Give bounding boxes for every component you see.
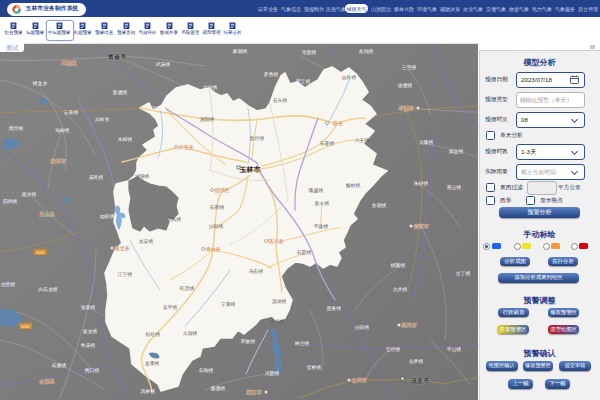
svg-text:乐民镇: 乐民镇: [89, 175, 104, 180]
svg-text:岑溪市: 岑溪市: [398, 105, 414, 112]
svg-text:马岭镇: 马岭镇: [55, 128, 70, 133]
svg-text:新圩镇: 新圩镇: [250, 135, 265, 141]
svg-text:湛江镇: 湛江镇: [152, 106, 167, 111]
svg-text:寺面镇: 寺面镇: [302, 49, 317, 55]
svg-text:石寨镇: 石寨镇: [320, 140, 335, 146]
svg-text:茶山镇: 茶山镇: [447, 185, 462, 190]
svg-text:南乡镇: 南乡镇: [22, 191, 37, 197]
svg-text:金鸡镇: 金鸡镇: [359, 49, 374, 54]
svg-text:清湖镇: 清湖镇: [272, 299, 287, 304]
svg-text:云表镇: 云表镇: [64, 110, 79, 115]
svg-text:麻垌镇: 麻垌镇: [233, 48, 248, 55]
svg-text:双凤镇: 双凤镇: [167, 217, 182, 222]
svg-text:兴业县: 兴业县: [178, 144, 194, 150]
svg-text:福绵区: 福绵区: [214, 187, 230, 194]
svg-text:覃塘区: 覃塘区: [60, 60, 77, 67]
svg-text:宝圩镇: 宝圩镇: [386, 346, 401, 352]
svg-text:旺茂镇: 旺茂镇: [180, 285, 195, 291]
svg-text:波塘镇: 波塘镇: [398, 82, 413, 89]
svg-text:横州市: 横州市: [50, 158, 66, 164]
svg-text:大井镇: 大井镇: [393, 287, 408, 292]
svg-text:加益镇: 加益镇: [449, 149, 464, 154]
svg-text:浦北县: 浦北县: [114, 245, 130, 252]
svg-text:武乐镇: 武乐镇: [156, 62, 171, 67]
svg-text:茂名市: 茂名市: [409, 377, 430, 385]
svg-text:玉林市: 玉林市: [239, 165, 261, 173]
svg-text:江宁镇: 江宁镇: [117, 271, 133, 277]
svg-text:雅塘镇: 雅塘镇: [211, 385, 226, 392]
svg-text:合浦县: 合浦县: [39, 378, 55, 385]
svg-text:朱砂镇: 朱砂镇: [414, 181, 429, 186]
svg-text:陆川县: 陆川县: [268, 238, 284, 244]
svg-text:龙潭镇: 龙潭镇: [145, 360, 160, 366]
svg-text:石颈镇: 石颈镇: [199, 367, 214, 373]
svg-text:白石水镇: 白石水镇: [38, 286, 57, 292]
svg-text:自良镇: 自良镇: [342, 74, 357, 81]
svg-text:新塘镇: 新塘镇: [113, 89, 128, 96]
svg-text:金垌镇: 金垌镇: [372, 202, 387, 209]
svg-text:六王镇: 六王镇: [355, 137, 370, 143]
svg-text:平山镇: 平山镇: [447, 346, 462, 352]
svg-text:周圩镇: 周圩镇: [9, 126, 24, 131]
svg-text:木梓镇: 木梓镇: [118, 137, 133, 142]
svg-text:廉江市: 廉江市: [246, 389, 262, 396]
svg-text:石康镇: 石康镇: [52, 362, 67, 369]
svg-text:S209: S209: [36, 251, 44, 255]
svg-text:贵港市: 贵港市: [106, 53, 127, 61]
svg-text:宁潭镇: 宁潭镇: [221, 301, 236, 307]
svg-text:官桥镇: 官桥镇: [307, 364, 322, 370]
svg-text:高桥镇: 高桥镇: [141, 388, 156, 394]
svg-text:石和镇: 石和镇: [210, 204, 225, 210]
svg-text:和寮镇: 和寮镇: [241, 338, 256, 344]
svg-text:石头镇: 石头镇: [273, 97, 288, 103]
svg-text:永安镇: 永安镇: [139, 238, 154, 244]
svg-text:隆盛镇: 隆盛镇: [309, 187, 324, 193]
svg-text:松旺镇: 松旺镇: [145, 332, 161, 337]
svg-text:S202: S202: [21, 325, 29, 329]
svg-text:信宜市: 信宜市: [413, 223, 429, 230]
svg-text:镇隆镇: 镇隆镇: [390, 262, 406, 268]
svg-text:博白县: 博白县: [204, 246, 221, 253]
svg-text:常乐镇: 常乐镇: [81, 343, 96, 348]
svg-text:大洋镇: 大洋镇: [203, 85, 218, 90]
svg-text:分界镇: 分界镇: [409, 359, 424, 364]
svg-text:城隍镇: 城隍镇: [134, 173, 150, 179]
svg-text:容县: 容县: [333, 120, 343, 127]
svg-text:高州市: 高州市: [401, 322, 417, 328]
svg-text:林尘镇: 林尘镇: [294, 341, 310, 346]
svg-text:大隆镇: 大隆镇: [419, 139, 434, 145]
svg-text:罗江镇: 罗江镇: [296, 79, 311, 84]
svg-text:新丰镇: 新丰镇: [315, 200, 330, 206]
svg-text:乌石镇: 乌石镇: [249, 268, 264, 274]
svg-text:灵山县: 灵山县: [39, 211, 55, 217]
svg-text:东平镇: 东平镇: [163, 304, 178, 310]
svg-text:罗秀镇: 罗秀镇: [264, 71, 279, 77]
svg-text:大岭乡: 大岭乡: [95, 116, 110, 122]
svg-text:三堡镇: 三堡镇: [402, 64, 417, 70]
svg-text:大垌镇: 大垌镇: [183, 330, 198, 337]
svg-text:石窝镇: 石窝镇: [297, 249, 312, 255]
svg-text:镇龙乡: 镇龙乡: [32, 80, 48, 86]
svg-text:化州市: 化州市: [351, 377, 367, 384]
svg-text:泉水镇: 泉水镇: [83, 329, 98, 334]
svg-text:平政镇: 平政镇: [314, 223, 329, 229]
